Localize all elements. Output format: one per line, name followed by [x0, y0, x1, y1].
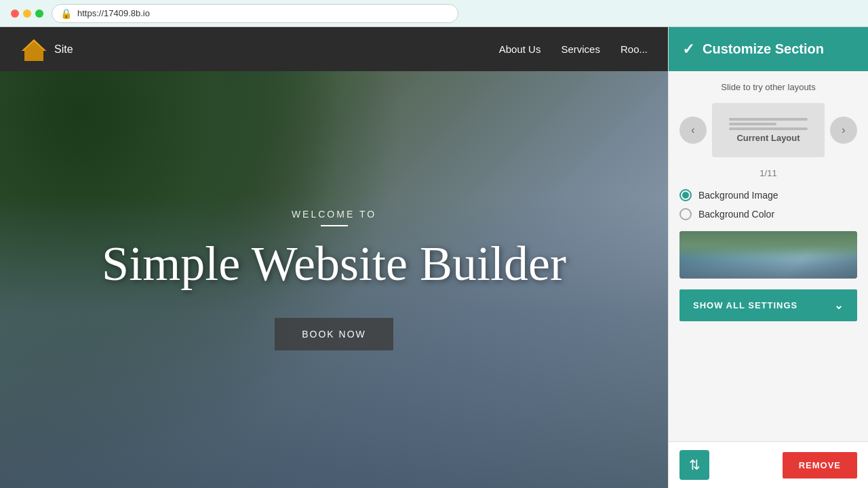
hero-welcome-text: WELCOME TO: [102, 209, 566, 220]
chevron-down-icon: ⌄: [834, 299, 844, 312]
remove-section-button[interactable]: REMOVE: [783, 452, 857, 479]
house-icon: [20, 36, 47, 63]
lock-icon: 🔒: [60, 8, 72, 19]
bg-image-label: Background Image: [698, 190, 778, 201]
panel-header: ✓ Customize Section: [669, 27, 868, 71]
site-name: Site: [54, 43, 73, 56]
layout-counter: 1/11: [679, 168, 857, 178]
minimize-dot: [23, 9, 31, 18]
next-layout-button[interactable]: ›: [830, 117, 857, 144]
address-bar[interactable]: 🔒 https://17409.8b.io: [52, 4, 458, 23]
background-type-group: Background Image Background Color: [679, 189, 857, 220]
close-dot: [11, 9, 19, 18]
nav-services[interactable]: Services: [561, 43, 600, 55]
site-nav-links: About Us Services Roo...: [499, 43, 648, 55]
nav-about[interactable]: About Us: [499, 43, 541, 55]
bg-color-radio[interactable]: [679, 208, 692, 220]
book-now-button[interactable]: BOOK NOW: [275, 318, 393, 350]
customize-panel: ✓ Customize Section Slide to try other l…: [668, 27, 868, 488]
layout-line-2: [729, 123, 776, 125]
check-icon: ✓: [682, 41, 694, 58]
panel-title: Customize Section: [703, 41, 824, 57]
site-logo: Site: [20, 36, 73, 63]
bg-color-option[interactable]: Background Color: [679, 208, 857, 220]
hero-title: Simple Website Builder: [102, 237, 566, 291]
move-icon: ⇅: [689, 457, 701, 473]
site-nav: Site About Us Services Roo...: [0, 27, 668, 71]
bg-image-option[interactable]: Background Image: [679, 189, 857, 201]
panel-body: Slide to try other layouts ‹ Current Lay…: [669, 71, 868, 441]
main-area: Site About Us Services Roo... WELCOME TO…: [0, 27, 868, 488]
layout-line-3: [729, 127, 808, 130]
nav-rooms[interactable]: Roo...: [620, 43, 648, 55]
move-section-button[interactable]: ⇅: [679, 450, 709, 480]
bg-image-thumbnail[interactable]: [679, 231, 857, 279]
url-text: https://17409.8b.io: [77, 8, 150, 18]
prev-layout-button[interactable]: ‹: [679, 117, 707, 144]
maximize-dot: [35, 9, 43, 18]
show-settings-label: SHOW ALL SETTINGS: [693, 300, 797, 310]
layout-preview: Current Layout: [712, 103, 825, 157]
slide-label: Slide to try other layouts: [679, 82, 857, 92]
layout-label: Current Layout: [736, 133, 800, 143]
svg-rect-1: [31, 54, 37, 61]
website-preview: Site About Us Services Roo... WELCOME TO…: [0, 27, 668, 488]
layout-slider: ‹ Current Layout ›: [679, 103, 857, 157]
panel-footer: ⇅ REMOVE: [669, 441, 868, 488]
hero-divider: [321, 225, 348, 226]
bg-color-label: Background Color: [698, 209, 774, 220]
layout-preview-lines: [729, 118, 808, 130]
layout-line-1: [729, 118, 808, 121]
hero-section: WELCOME TO Simple Website Builder BOOK N…: [0, 71, 668, 488]
bg-image-radio[interactable]: [679, 189, 692, 201]
hero-content: WELCOME TO Simple Website Builder BOOK N…: [102, 209, 566, 350]
window-controls: [11, 9, 43, 18]
show-all-settings-button[interactable]: SHOW ALL SETTINGS ⌄: [679, 289, 857, 321]
browser-chrome: 🔒 https://17409.8b.io: [0, 0, 868, 27]
